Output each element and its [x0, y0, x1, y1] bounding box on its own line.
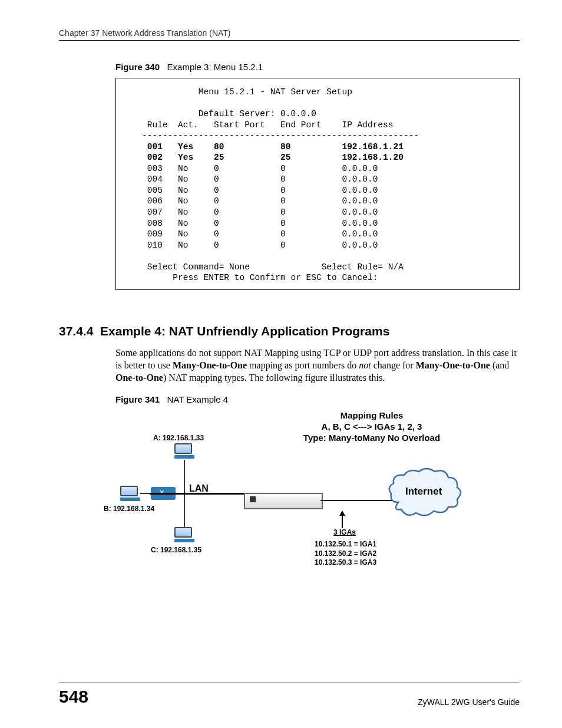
wire-c: [184, 494, 185, 527]
body-bold-1: Many-One-to-One: [173, 360, 247, 370]
figure-340-caption: Figure 340 Example 3: Menu 15.2.1: [115, 62, 520, 72]
iga3: 10.132.50.3 = IGA3: [315, 558, 376, 566]
iga-count-label: 3 IGAs: [333, 528, 356, 536]
router-icon: [244, 493, 323, 509]
diagram-title: Mapping Rules A, B, C <---> IGAs 1, 2, 3…: [275, 410, 469, 443]
iga2: 10.132.50.2 = IGA2: [315, 549, 376, 558]
router-slot: [250, 496, 256, 502]
body-text-3: change for: [371, 360, 416, 370]
running-header: Chapter 37 Network Address Translation (…: [59, 28, 520, 38]
host-c-label: C: 192.168.1.35: [151, 546, 201, 554]
section-body: Some applications do not support NAT Map…: [115, 347, 520, 384]
iga1: 10.132.50.1 = IGA1: [315, 540, 376, 548]
body-text-4: (and: [490, 360, 509, 370]
body-italic-1: not: [359, 360, 371, 370]
section-heading-37-4-4: 37.4.4 Example 4: NAT Unfriendly Applica…: [59, 324, 520, 338]
figure-341-caption: Figure 341 NAT Example 4: [115, 394, 520, 404]
iga-arrow-stem: [342, 515, 343, 528]
diagram-title-line2: A, B, C <---> IGAs 1, 2, 3: [322, 421, 422, 431]
diagram-title-line3: Type: Many-toMany No Overload: [303, 433, 440, 443]
page-footer: 548 ZyWALL 2WG User's Guide: [59, 683, 520, 707]
page-number: 548: [59, 687, 88, 707]
diagram-title-line1: Mapping Rules: [340, 410, 404, 420]
lan-line: [150, 493, 249, 495]
host-b-label: B: 192.168.1.34: [104, 505, 154, 513]
figure-340-label: Figure 340: [115, 62, 160, 72]
terminal-menu-15-2-1: Menu 15.2.1 - NAT Server Setup Default S…: [115, 78, 520, 290]
body-text-5: ) NAT mapping types. The following figur…: [163, 373, 385, 383]
nat-example-4-diagram: Mapping Rules A, B, C <---> IGAs 1, 2, 3…: [115, 410, 475, 581]
section-number: 37.4.4: [59, 324, 93, 338]
wire-a: [184, 460, 185, 493]
section-title: Example 4: NAT Unfriendly Application Pr…: [100, 324, 389, 338]
figure-340-text: Example 3: Menu 15.2.1: [167, 62, 263, 72]
host-a-icon: [174, 443, 194, 459]
header-rule: [59, 40, 520, 41]
body-bold-3: One-to-One: [115, 373, 163, 383]
body-bold-2: Many-One-to-One: [416, 360, 490, 370]
internet-label: Internet: [405, 486, 442, 498]
guide-name: ZyWALL 2WG User's Guide: [418, 697, 520, 707]
host-c-icon: [174, 527, 194, 542]
figure-341-text: NAT Example 4: [167, 394, 229, 404]
body-text-2: mapping as port numbers do: [247, 360, 359, 370]
figure-341-label: Figure 341: [115, 394, 160, 404]
footer-rule: [59, 683, 520, 683]
iga-list: 10.132.50.1 = IGA1 10.132.50.2 = IGA2 10…: [315, 540, 376, 568]
host-a-label: A: 192.168.1.33: [153, 434, 204, 442]
host-b-icon: [120, 486, 140, 501]
wan-line: [320, 500, 394, 501]
